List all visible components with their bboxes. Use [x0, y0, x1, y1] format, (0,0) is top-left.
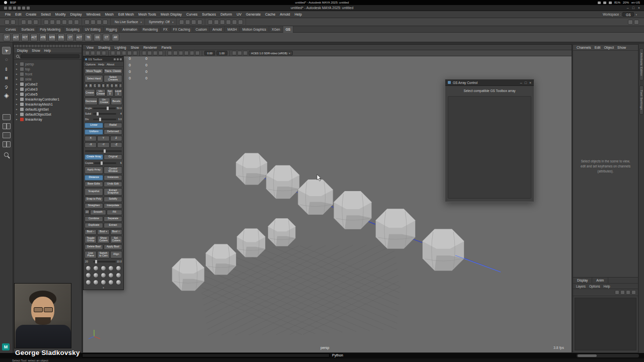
menubar-status-item[interactable]: 20% — [623, 1, 629, 4]
rotate-tool-icon[interactable]: ↻ — [2, 83, 11, 90]
new-layer-selected-icon[interactable] — [620, 290, 625, 295]
sidebar-collapsed-tab[interactable]: Tool Settings — [639, 85, 643, 115]
horizontal-scrollbar[interactable] — [577, 354, 639, 357]
gs-primitive-button[interactable] — [116, 265, 121, 271]
menu-item[interactable]: File — [5, 13, 11, 16]
magnifier-icon[interactable] — [4, 152, 9, 157]
gs-primitive-button[interactable] — [86, 273, 91, 278]
shelf-icon[interactable]: ACT — [75, 34, 83, 41]
new-layer-icon[interactable] — [615, 290, 619, 295]
gs-primitive-button[interactable] — [101, 280, 106, 285]
outliner-item[interactable]: ▸ front — [14, 71, 82, 76]
outliner-menu-item[interactable]: Show — [32, 49, 40, 52]
image-plane-icon[interactable] — [102, 51, 106, 55]
shelf-tab[interactable]: Rigging — [104, 26, 120, 33]
gs-primitive-button[interactable] — [108, 280, 114, 285]
channel-box-menu-item[interactable]: Object — [604, 46, 614, 49]
gs-primitive-button[interactable] — [116, 273, 121, 278]
gs-show-cutters-button[interactable]: Show Cutters — [97, 236, 109, 243]
outliner-menu-item[interactable]: Display — [17, 49, 28, 52]
close-button[interactable]: × — [529, 81, 531, 84]
shelf-icon[interactable]: TB — [85, 34, 92, 41]
toolbox-icon[interactable] — [220, 20, 225, 25]
viewport-20-icon[interactable] — [232, 51, 236, 55]
gs-y-button[interactable]: Y — [97, 136, 109, 141]
outliner-item[interactable]: ▸ pCube2 — [14, 81, 82, 86]
close-icon[interactable] — [120, 58, 122, 60]
outliner-item[interactable]: ▸ defaultObjectSet — [14, 112, 82, 117]
gs-un-crease-button[interactable]: Un-Crease — [98, 98, 110, 105]
gs-primitive-button[interactable] — [101, 265, 106, 271]
resolution-gate-icon[interactable] — [168, 51, 172, 55]
gs-select-hard-button[interactable]: Select Hard — [85, 75, 103, 82]
gs-undo-edit-button[interactable]: Undo Edit — [104, 182, 122, 187]
safe-title-icon[interactable] — [195, 51, 200, 55]
shelf-tab[interactable]: Arnold — [210, 26, 225, 33]
shelf-tab[interactable]: FX — [161, 26, 171, 33]
outliner-menu-item[interactable]: Help — [44, 49, 51, 52]
shelf-tab[interactable]: FX Caching — [171, 26, 193, 33]
gs-switch-to-cam-button[interactable]: Switch to Cam — [97, 251, 109, 258]
gs-preset-g[interactable]: G — [110, 83, 114, 88]
textured-icon[interactable] — [122, 51, 126, 55]
wireframe-on-shaded-icon[interactable] — [153, 51, 157, 55]
live-surface-label[interactable]: No Live Surface — [113, 20, 139, 24]
outliner-item[interactable]: ▸ linearArrayController1 — [14, 97, 82, 102]
render-region-icon[interactable] — [191, 20, 196, 25]
outliner-item[interactable]: ▸ top — [14, 66, 82, 71]
gs-array-control-window[interactable]: GS Array Control – □ × Select compatible… — [445, 79, 534, 202]
gs-preset-f[interactable]: F — [106, 83, 109, 88]
shelf-tab[interactable]: Motion Graphics — [240, 26, 269, 33]
gs-primitive-button[interactable] — [93, 265, 99, 271]
collapse-arrow-icon[interactable]: ▾ — [84, 286, 123, 290]
apple-menu-icon[interactable] — [4, 1, 7, 4]
gs-smooth-button[interactable]: Smooth — [90, 210, 106, 215]
menu-item[interactable]: Windows — [86, 13, 100, 16]
menu-item[interactable]: Select — [41, 13, 50, 16]
gs-solidify-button[interactable]: Solidify — [104, 197, 122, 202]
expand-arrow-icon[interactable]: ▸ — [16, 77, 19, 80]
gs-z-button[interactable]: Z — [110, 136, 122, 141]
layout-single-icon[interactable] — [3, 114, 11, 120]
shelf-tab[interactable]: UV Editing — [83, 26, 104, 33]
window-menu-icon[interactable] — [4, 7, 7, 10]
gs-preset-b[interactable]: B — [89, 83, 92, 88]
snap-plane-icon[interactable] — [103, 20, 108, 25]
shelf-icon[interactable]: MTB — [48, 34, 56, 41]
outliner-item[interactable]: ▸ linearArray — [14, 117, 82, 122]
expand-arrow-icon[interactable]: ▸ — [16, 87, 19, 90]
menu-item[interactable]: Create — [26, 13, 36, 16]
gs-primitive-button[interactable] — [101, 273, 106, 278]
channel-box-menu-item[interactable]: Show — [617, 46, 626, 49]
menu-item[interactable]: Mesh Tools — [138, 13, 156, 16]
field-chart-icon[interactable] — [184, 51, 189, 55]
gs-primitive-button[interactable] — [108, 273, 114, 278]
render-icon[interactable] — [185, 20, 190, 25]
lighting-icon[interactable] — [127, 51, 132, 55]
redo-icon[interactable] — [33, 20, 38, 25]
expand-arrow-icon[interactable]: ▸ — [16, 108, 19, 111]
bookmark-icon[interactable] — [96, 51, 101, 55]
gs-bool-button[interactable]: Bool + — [97, 229, 109, 235]
shelf-icon[interactable]: CT — [3, 34, 11, 41]
selection-mask-icon[interactable] — [68, 20, 73, 25]
colorspace-dropdown[interactable]: ACES 1.0 SDR-video (sRGB)▾ — [249, 51, 293, 55]
gs-slider-handle[interactable] — [97, 112, 99, 116]
gs-y-button[interactable]: -Y — [97, 142, 109, 148]
gs-combine-button[interactable]: Combine — [85, 216, 103, 222]
gs-radial-button[interactable]: Radial — [104, 123, 122, 128]
toolbox-icon[interactable] — [232, 20, 237, 25]
outliner-search-input[interactable] — [21, 54, 79, 58]
paint-selection-tool-icon[interactable]: ✎ — [2, 65, 11, 72]
channel-box-menu-item[interactable]: Channels — [577, 46, 591, 49]
gs-control-window-button[interactable]: Control Window — [104, 166, 122, 174]
shelf-icon[interactable]: AR — [112, 34, 119, 41]
status-icon[interactable] — [609, 2, 612, 4]
gs-distance-button[interactable]: Distance — [85, 175, 103, 180]
menu-item[interactable]: Mesh — [105, 13, 114, 16]
gs-bool-button[interactable]: Bool – — [85, 229, 97, 235]
gs-apply-bool-button[interactable]: Apply Bool — [104, 244, 122, 250]
exposure-field[interactable]: 0.00 — [204, 51, 215, 55]
window-menu-icon[interactable] — [18, 7, 21, 10]
array-window-titlebar[interactable]: GS Array Control – □ × — [445, 79, 534, 86]
